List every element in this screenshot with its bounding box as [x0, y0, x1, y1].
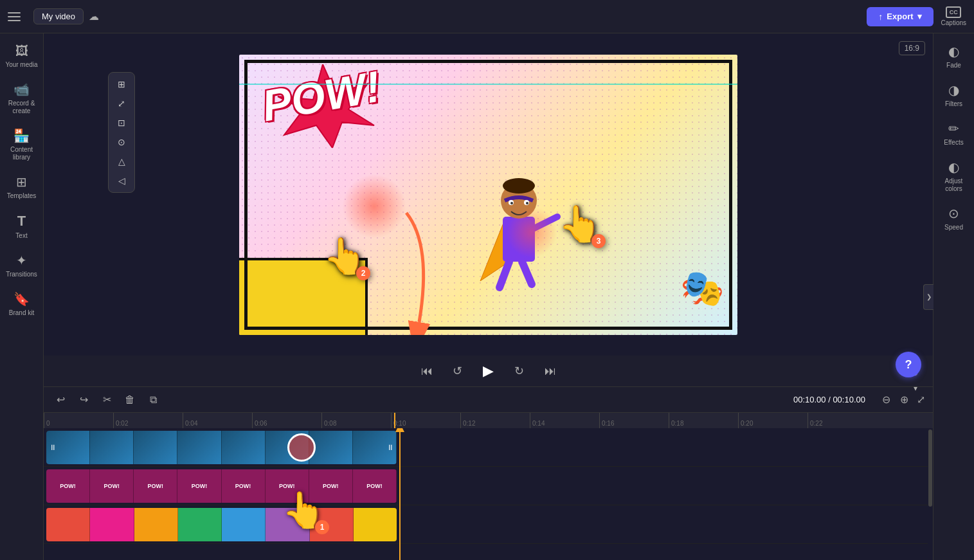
right-item-speed[interactable]: ⊙ Speed	[935, 201, 973, 237]
undo-button[interactable]: ↩	[51, 391, 69, 409]
sidebar-item-text[interactable]: T Text	[3, 208, 41, 245]
svg-point-7	[526, 202, 528, 204]
color-cell-1	[46, 508, 90, 541]
cloud-save-icon[interactable]: ☁	[89, 10, 99, 23]
sidebar-label-record: Record & create	[5, 100, 39, 115]
toolbar-btn-grid[interactable]: ⊞	[111, 75, 132, 93]
cc-icon: CC	[946, 6, 961, 18]
duplicate-button[interactable]: ⧉	[144, 391, 162, 409]
ruler-mark-0: 0	[44, 413, 113, 428]
skip-to-start-button[interactable]: ⏮	[417, 361, 437, 381]
color-cell-4	[178, 508, 222, 541]
preview-canvas: POW!	[239, 55, 737, 335]
right-item-adjust-colors[interactable]: ◐ Adjust colors	[935, 154, 973, 198]
sidebar-item-templates[interactable]: ⊞ Templates	[3, 169, 41, 205]
pow-cell-4: POW!	[177, 469, 221, 503]
ruler-mark-4: 0:04	[183, 413, 252, 428]
toolbar-btn-triangle[interactable]: △	[111, 152, 132, 170]
help-button[interactable]: ?	[896, 352, 921, 377]
track-content-1[interactable]: ⏸ ⏸	[46, 431, 397, 464]
color-cell-5	[222, 508, 266, 541]
ruler-playhead	[394, 413, 395, 428]
film-cell-1-5	[222, 431, 266, 464]
export-button[interactable]: ↑ Export ▾	[867, 7, 933, 26]
toolbar-btn-rotate[interactable]: ⊙	[111, 133, 132, 151]
glow-circle-2	[506, 206, 557, 258]
left-sidebar: 🖼 Your media 📹 Record & create 🏪 Content…	[0, 33, 44, 560]
right-sidebar: ◐ Fade ◑ Filters ✏ Effects ◐ Adjust colo…	[933, 33, 974, 560]
title-group: My video ☁	[33, 8, 99, 24]
delete-button[interactable]: 🗑	[121, 391, 139, 409]
film-strip-2: POW! POW! POW! POW!	[46, 469, 397, 503]
teal-guide-line	[239, 84, 737, 85]
timeline-toolbar: ↩ ↪ ✂ 🗑 ⧉ 00:10.00 / 00:10.00 ⊖ ⊕ ⤢	[44, 387, 933, 413]
help-chevron-icon: ▾	[914, 384, 917, 393]
aspect-ratio-badge[interactable]: 16:9	[899, 41, 925, 55]
ruler-mark-8: 0:08	[321, 413, 391, 428]
forward-5s-button[interactable]: ↻	[509, 361, 530, 381]
redo-button[interactable]: ↪	[75, 391, 93, 409]
text-icon: T	[17, 213, 26, 230]
adjust-colors-icon: ◐	[948, 159, 959, 175]
ruler-mark-12: 0:12	[460, 413, 530, 428]
track-content-2[interactable]: POW! POW! POW! POW!	[46, 469, 397, 503]
brand-kit-icon: 🔖	[14, 291, 30, 307]
track-row-1: ⏸ ⏸	[44, 428, 933, 467]
sidebar-label-content-library: Content library	[5, 146, 39, 161]
menu-button[interactable]	[8, 8, 26, 26]
project-title[interactable]: My video	[33, 8, 84, 24]
expand-timeline-button[interactable]: ⤢	[917, 392, 925, 408]
cut-button[interactable]: ✂	[98, 391, 116, 409]
track-1-pause-icon: ⏸	[49, 443, 57, 452]
timeline-scrollbar	[928, 428, 933, 560]
toolbar-btn-resize[interactable]: ⤢	[111, 95, 132, 113]
pow-cell-5: POW!	[222, 469, 266, 503]
sidebar-item-content-library[interactable]: 🏪 Content library	[3, 123, 41, 167]
right-item-filters[interactable]: ◑ Filters	[935, 77, 973, 113]
toolbar-btn-flip[interactable]: ◁	[111, 172, 132, 190]
adjust-colors-label: Adjust colors	[937, 177, 971, 193]
center-area: ⊞ ⤢ ⊡ ⊙ △ ◁ POW!	[44, 33, 933, 560]
export-arrow-icon: ↑	[878, 12, 883, 22]
color-cell-6	[266, 508, 309, 541]
sidebar-item-your-media[interactable]: 🖼 Your media	[3, 39, 41, 74]
sidebar-item-record[interactable]: 📹 Record & create	[3, 77, 41, 120]
topbar: My video ☁ ↑ Export ▾ CC Captions	[0, 0, 974, 33]
toolbar-btn-crop[interactable]: ⊡	[111, 114, 132, 132]
mask-decoration: 🎭	[680, 267, 725, 309]
sidebar-item-transitions[interactable]: ✦ Transitions	[3, 248, 41, 284]
film-cell-1-2	[90, 431, 134, 464]
fade-label: Fade	[946, 62, 961, 69]
content-library-icon: 🏪	[14, 128, 30, 143]
filters-icon: ◑	[948, 82, 959, 98]
track-row-2: POW! POW! POW! POW!	[44, 467, 933, 505]
speed-label: Speed	[944, 224, 963, 231]
pow-starburst: POW!	[249, 64, 397, 148]
zoom-out-button[interactable]: ⊖	[878, 392, 894, 408]
back-5s-button[interactable]: ↺	[447, 361, 468, 381]
sidebar-label-your-media: Your media	[5, 61, 37, 69]
preview-area[interactable]: ⊞ ⤢ ⊡ ⊙ △ ◁ POW!	[44, 33, 933, 356]
timeline-area: ↩ ↪ ✂ 🗑 ⧉ 00:10.00 / 00:10.00 ⊖ ⊕ ⤢ 0 0:…	[44, 386, 933, 560]
sidebar-label-brand-kit: Brand kit	[9, 309, 34, 317]
right-item-effects[interactable]: ✏ Effects	[935, 116, 973, 152]
timeline-time-display: 00:10.00 / 00:10.00	[793, 395, 865, 404]
color-cell-2	[90, 508, 134, 541]
right-item-fade[interactable]: ◐ Fade	[935, 39, 973, 75]
ruler-marks: 0 0:02 0:04 0:06 0:08 0:10 0:12 0:14 0:1…	[44, 413, 933, 428]
ruler-mark-14: 0:14	[530, 413, 599, 428]
timeline-scrollbar-thumb[interactable]	[928, 429, 932, 507]
pink-arrow	[355, 206, 483, 335]
fade-icon: ◐	[948, 44, 959, 59]
float-toolbar: ⊞ ⤢ ⊡ ⊙ △ ◁	[108, 72, 135, 193]
sidebar-item-brand-kit[interactable]: 🔖 Brand kit	[3, 286, 41, 322]
captions-button[interactable]: CC Captions	[941, 6, 966, 26]
svg-point-3	[503, 178, 535, 194]
zoom-in-button[interactable]: ⊕	[896, 392, 912, 408]
skip-to-end-button[interactable]: ⏭	[540, 361, 561, 381]
track-content-3[interactable]	[46, 508, 397, 541]
right-panel-collapse-button[interactable]: ❯	[923, 284, 933, 310]
transitions-icon: ✦	[16, 253, 27, 268]
film-strip-1	[46, 431, 397, 464]
play-button[interactable]: ▶	[478, 361, 499, 381]
